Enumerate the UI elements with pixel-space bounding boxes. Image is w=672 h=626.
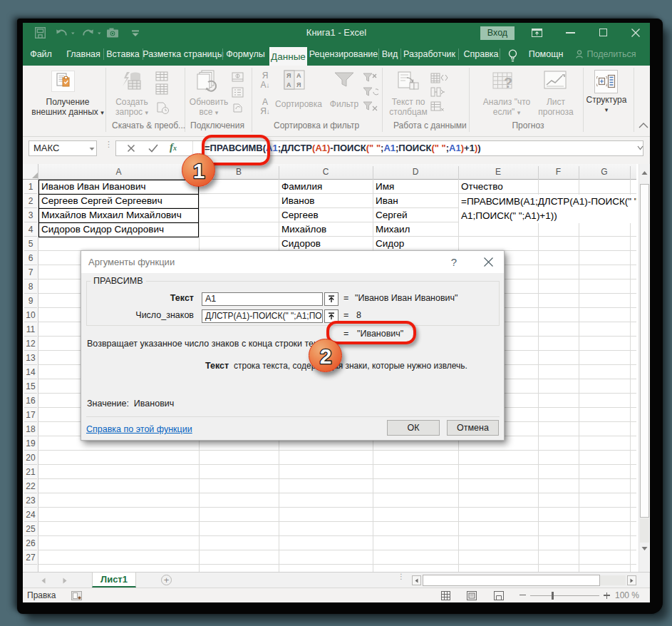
- svg-text:1: 1: [192, 159, 205, 183]
- svg-text:?: ?: [504, 75, 512, 91]
- svg-text:2: 2: [319, 344, 331, 368]
- svg-text:А: А: [286, 81, 291, 88]
- svg-text:Я: Я: [286, 72, 291, 79]
- svg-text:Я: Я: [296, 81, 301, 88]
- svg-text:А: А: [296, 72, 301, 79]
